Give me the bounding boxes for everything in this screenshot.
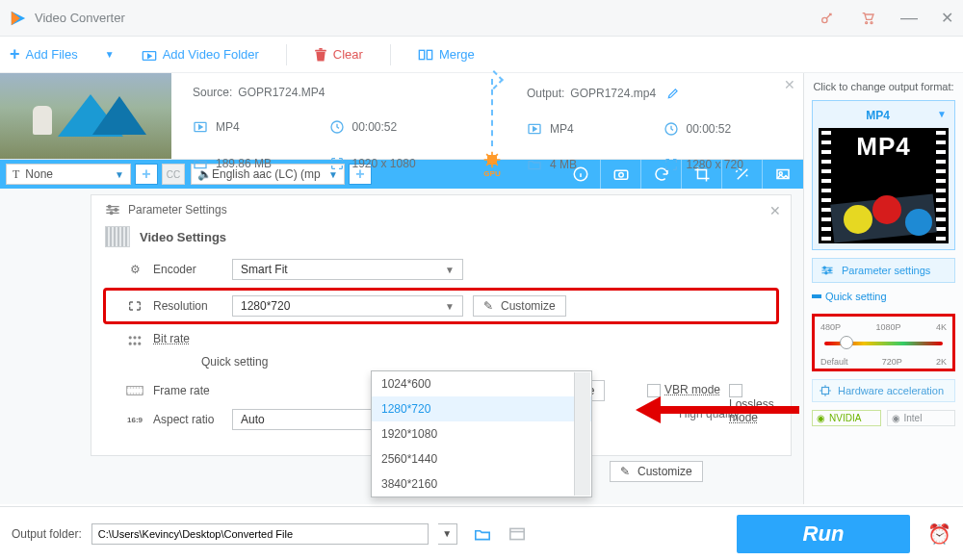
parameter-settings-button[interactable]: Parameter settings (812, 258, 955, 283)
main-area: ✕ Source: GOPR1724.MP4 MP4 00:00:52 189.… (0, 73, 963, 504)
format-icon (193, 119, 208, 135)
svg-rect-7 (427, 50, 431, 59)
remove-file-button[interactable]: ✕ (784, 77, 795, 92)
minimize-button[interactable]: — (900, 8, 916, 28)
encoder-value: Smart Fit (241, 263, 288, 276)
source-info: Source: GOPR1724.MP4 MP4 00:00:52 189.86… (193, 79, 457, 178)
preset-labels-bottom: Default 720P 2K (820, 357, 947, 367)
svg-point-2 (871, 21, 872, 23)
plus-icon: + (10, 44, 20, 64)
annotation-arrow (636, 398, 799, 421)
svg-point-21 (129, 337, 131, 339)
source-size: 189.86 MB (216, 157, 272, 170)
resolution-dropdown[interactable]: 1024*600 1280*720 1920*1080 2560*1440 38… (371, 370, 592, 497)
key-icon[interactable] (820, 11, 835, 26)
svg-point-24 (129, 343, 131, 344)
vbr-label: VBR mode (664, 383, 720, 396)
preset-2k: 2K (936, 357, 947, 367)
parameter-settings-label: Parameter settings (842, 265, 930, 276)
vbr-checkbox[interactable]: VBR mode (647, 383, 720, 397)
merge-button[interactable]: Merge (418, 47, 475, 62)
resolution-value: 1280*720 (241, 299, 290, 313)
svg-point-25 (134, 343, 136, 344)
nvidia-icon: ◉ (817, 413, 825, 423)
resolution-option[interactable]: 1024*600 (372, 371, 591, 396)
chip-icon (482, 150, 502, 169)
run-button[interactable]: Run (737, 515, 910, 553)
resolution-customize-button[interactable]: ✎ Customize (473, 295, 566, 317)
encoder-row: ⚙ Encoder Smart Fit ▼ (105, 259, 777, 280)
svg-point-29 (829, 269, 831, 271)
output-folder-input[interactable] (91, 523, 429, 545)
resolution-label: Resolution (153, 299, 232, 313)
film-settings-icon (105, 226, 130, 247)
cart-icon[interactable] (860, 11, 875, 26)
bottom-bar: Output folder: ▼ Run ⏰ (0, 506, 963, 560)
resolution-option[interactable]: 1280*720 (372, 396, 591, 421)
cc-button[interactable]: CC (162, 164, 185, 185)
format-thumbnail: MP4 (819, 128, 949, 243)
preset-default: Default (820, 357, 848, 367)
framerate-customize-button[interactable]: ✎ Customize (610, 461, 703, 482)
format-big-label: MP4 (819, 132, 949, 162)
preset-480p: 480P (820, 322, 841, 332)
quality-slider[interactable] (820, 332, 947, 357)
video-thumbnail[interactable] (0, 73, 171, 159)
subtitle-track-select[interactable]: T None ▼ (6, 164, 131, 185)
svg-point-26 (139, 343, 141, 344)
output-format: MP4 (550, 122, 574, 136)
source-duration: 00:00:52 (352, 120, 398, 134)
subtitle-track-value: None (25, 167, 53, 181)
clock-icon (664, 121, 679, 137)
run-label: Run (803, 522, 845, 547)
encoder-select[interactable]: Smart Fit ▼ (232, 259, 463, 280)
quick-setting-label: Quick setting (825, 291, 887, 302)
svg-point-19 (115, 209, 117, 212)
intel-icon: ◉ (892, 413, 900, 423)
nvidia-label: NVIDIA (829, 413, 861, 423)
output-size: 4 MB (550, 158, 577, 171)
schedule-icon[interactable]: ⏰ (927, 522, 951, 546)
trash-icon (314, 47, 327, 63)
app-logo-icon (10, 10, 27, 27)
resolution-option[interactable]: 2560*1440 (372, 446, 591, 471)
svg-point-22 (134, 337, 136, 339)
bitrate-label: Bit rate (153, 332, 232, 345)
caret-down-icon: ▼ (445, 301, 455, 312)
merge-icon (418, 48, 433, 62)
intel-label: Intel (904, 413, 923, 423)
separator (390, 44, 391, 65)
aspect-label: Aspect ratio (153, 413, 232, 426)
folder-edit-icon[interactable] (508, 526, 527, 542)
hardware-acceleration-button[interactable]: Hardware acceleration (812, 379, 955, 402)
bitrate-icon (124, 332, 145, 349)
file-row: ✕ Source: GOPR1724.MP4 MP4 00:00:52 189.… (0, 73, 803, 160)
panel-close-button[interactable]: ✕ (769, 203, 781, 218)
output-format-selector[interactable]: MP4▼ MP4 (812, 100, 955, 250)
resolution-option[interactable]: 1920*1080 (372, 421, 591, 446)
add-folder-button[interactable]: Add Video Folder (142, 47, 259, 62)
resolution-icon (329, 156, 345, 171)
encoder-label: Encoder (153, 263, 232, 276)
edit-icon[interactable] (665, 86, 681, 101)
svg-rect-27 (127, 387, 143, 395)
source-filename: GOPR1724.MP4 (238, 86, 325, 99)
caret-down-icon: ▼ (937, 109, 947, 119)
quick-setting-slider-box: 480P 1080P 4K Default 720P 2K (812, 314, 955, 371)
preset-4k: 4K (936, 322, 947, 332)
open-folder-icon[interactable] (473, 526, 492, 542)
dropdown-caret-icon[interactable]: ▼ (105, 49, 115, 60)
resolution-option[interactable]: 3840*2160 (372, 471, 591, 496)
output-resolution: 1280 x 720 (687, 158, 743, 171)
close-button[interactable]: ✕ (941, 9, 953, 27)
quick-setting-label: Quick setting (105, 355, 777, 369)
conversion-divider (491, 79, 493, 146)
customize-label: Customize (501, 299, 556, 313)
clear-button[interactable]: Clear (314, 47, 363, 63)
svg-rect-31 (822, 388, 829, 395)
svg-point-1 (866, 21, 868, 23)
resolution-select[interactable]: 1280*720 ▼ (232, 295, 463, 317)
output-folder-dropdown[interactable]: ▼ (438, 523, 457, 545)
add-subtitle-button[interactable]: + (135, 164, 158, 185)
add-files-button[interactable]: + Add Files (10, 44, 78, 64)
